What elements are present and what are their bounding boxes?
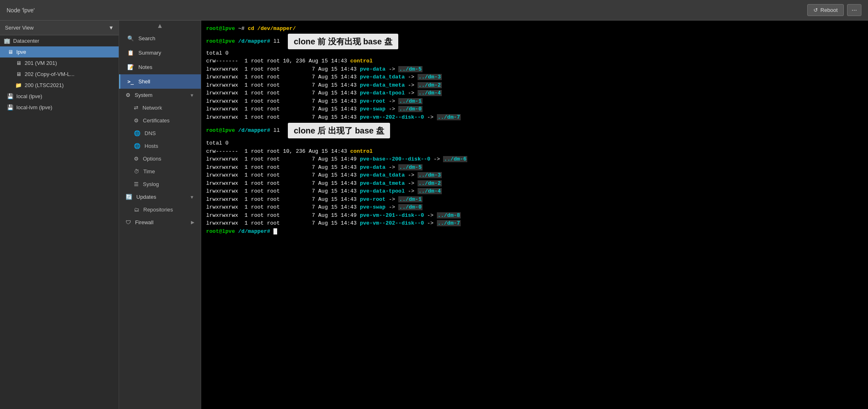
nav-search-label: Search	[138, 35, 155, 41]
local-label: local (lpve)	[16, 93, 42, 99]
network-icon: ⇄	[134, 105, 138, 111]
sidebar-item-datacenter[interactable]: 🏢 Datacenter	[0, 35, 119, 46]
term-line-14: crw------- 1 root root 10, 236 Aug 15 14…	[206, 147, 863, 156]
term-line-9: lrwxrwxrwx 1 root root 7 Aug 15 14:43 pv…	[206, 97, 863, 106]
nav-item-search[interactable]: 🔍 Search	[119, 31, 201, 46]
nav-hosts-label: Hosts	[145, 143, 158, 149]
vm-icon: 🖥	[15, 71, 22, 77]
node-title: Node 'lpve'	[7, 7, 34, 14]
nav-item-time[interactable]: ⏱ Time	[119, 165, 201, 178]
term-line-5: lrwxrwxrwx 1 root root 7 Aug 15 14:43 pv…	[206, 65, 863, 74]
repositories-icon: 🗂	[134, 207, 139, 213]
term-line-19: lrwxrwxrwx 1 root root 7 Aug 15 14:43 pv…	[206, 187, 863, 195]
nav-dns-label: DNS	[145, 130, 156, 136]
reboot-button[interactable]: ↺ Reboot	[807, 4, 844, 16]
term-line-8: lrwxrwxrwx 1 root root 7 Aug 15 14:43 pv…	[206, 89, 863, 97]
top-bar-left: Node 'lpve'	[7, 7, 34, 14]
nav-time-label: Time	[143, 168, 155, 175]
certificates-icon: ⚙	[134, 117, 139, 124]
nav-item-summary[interactable]: 📋 Summary	[119, 46, 201, 60]
sidebar-item-template200[interactable]: 📁 200 (LTSC2021)	[0, 80, 119, 91]
term-line-3: total 0	[206, 49, 863, 57]
system-expand-arrow: ▼	[190, 93, 194, 98]
updates-expand-arrow: ▼	[190, 195, 194, 200]
nav-scroll-up[interactable]: ▲	[119, 21, 201, 31]
shell-icon: >_	[127, 78, 134, 85]
server-view-chevron: ▼	[108, 25, 114, 31]
term-line-18: lrwxrwxrwx 1 root root 7 Aug 15 14:43 pv…	[206, 179, 863, 188]
term-line-6: lrwxrwxrwx 1 root root 7 Aug 15 14:43 pv…	[206, 73, 863, 81]
datacenter-icon: 🏢	[3, 38, 11, 44]
vm202-label: 202 (Copy-of-VM-L...	[25, 71, 74, 77]
datacenter-label: Datacenter	[13, 38, 39, 44]
term-line-22: lrwxrwxrwx 1 root root 7 Aug 15 14:49 pv…	[206, 211, 863, 220]
extra-button[interactable]: ⋯	[847, 4, 861, 16]
lpve-icon: 🖥	[7, 49, 14, 55]
nav-panel: ▲ 🔍 Search 📋 Summary 📝 Notes >_ Shell ⚙ …	[119, 21, 201, 409]
reboot-icon: ↺	[813, 7, 818, 13]
nav-item-network[interactable]: ⇄ Network	[119, 101, 201, 114]
nav-item-repositories[interactable]: 🗂 Repositories	[119, 203, 201, 216]
time-icon: ⏱	[134, 168, 139, 175]
nav-shell-label: Shell	[138, 78, 150, 85]
nav-item-certificates[interactable]: ⚙ Certificates	[119, 114, 201, 127]
firewall-expand-arrow: ▶	[191, 220, 194, 225]
nav-item-hosts[interactable]: 🌐 Hosts	[119, 140, 201, 152]
nav-updates-label: Updates	[136, 194, 156, 200]
nav-item-firewall[interactable]: 🛡 Firewall ▶	[119, 216, 201, 229]
main-layout: Server View ▼ 🏢 Datacenter 🖥 lpve 🖥 201 …	[0, 21, 868, 409]
nav-item-system[interactable]: ⚙ System ▼	[119, 89, 201, 101]
nav-item-updates[interactable]: 🔄 Updates ▼	[119, 191, 201, 203]
lpve-label: lpve	[16, 49, 26, 55]
term-line-17: lrwxrwxrwx 1 root root 7 Aug 15 14:43 pv…	[206, 171, 863, 179]
server-view-header[interactable]: Server View ▼	[0, 21, 119, 35]
nav-item-shell[interactable]: >_ Shell	[119, 74, 201, 89]
term-line-7: lrwxrwxrwx 1 root root 7 Aug 15 14:43 pv…	[206, 81, 863, 90]
nav-repositories-label: Repositories	[143, 207, 173, 213]
storage-icon: 💾	[7, 104, 14, 110]
term-line-1: root@lpve ~# cd /dev/mapper/	[206, 25, 863, 33]
summary-icon: 📋	[127, 50, 134, 56]
sidebar-item-local-lvm[interactable]: 💾 local-lvm (lpve)	[0, 102, 119, 113]
terminal-area[interactable]: root@lpve ~# cd /dev/mapper/ root@lpve /…	[201, 21, 868, 409]
term-line-13: total 0	[206, 139, 863, 147]
system-icon: ⚙	[126, 92, 131, 98]
vm201-label: 201 (VM 201)	[25, 60, 57, 66]
term-line-16: lrwxrwxrwx 1 root root 7 Aug 15 14:43 pv…	[206, 163, 863, 172]
term-line-23: lrwxrwxrwx 1 root root 7 Aug 15 14:43 pv…	[206, 219, 863, 227]
sidebar-item-lpve[interactable]: 🖥 lpve	[0, 46, 119, 57]
sidebar-item-vm201[interactable]: 🖥 201 (VM 201)	[0, 57, 119, 69]
dns-icon: 🌐	[134, 130, 140, 136]
firewall-icon: 🛡	[126, 219, 131, 225]
term-line-20: lrwxrwxrwx 1 root root 7 Aug 15 14:43 pv…	[206, 195, 863, 204]
term-line-4: crw------- 1 root root 10, 236 Aug 15 14…	[206, 57, 863, 65]
sidebar: Server View ▼ 🏢 Datacenter 🖥 lpve 🖥 201 …	[0, 21, 119, 409]
search-icon: 🔍	[127, 35, 134, 41]
term-line-11: lrwxrwxrwx 1 root root 7 Aug 15 14:43 pv…	[206, 113, 863, 122]
nav-certificates-label: Certificates	[143, 117, 170, 124]
nav-syslog-label: Syslog	[143, 181, 159, 187]
annotation-2: clone 后 出现了 base 盘	[288, 123, 390, 138]
template-icon: 📁	[15, 82, 22, 88]
nav-notes-label: Notes	[138, 64, 152, 70]
nav-summary-label: Summary	[138, 50, 161, 56]
nav-item-syslog[interactable]: ☰ Syslog	[119, 178, 201, 191]
nav-item-options[interactable]: ⚙ Options	[119, 152, 201, 165]
nav-item-dns[interactable]: 🌐 DNS	[119, 127, 201, 140]
nav-system-label: System	[135, 92, 152, 98]
nav-firewall-label: Firewall	[135, 219, 154, 225]
term-line-15: lrwxrwxrwx 1 root root 7 Aug 15 14:49 pv…	[206, 155, 863, 163]
term-line-2: root@lpve /d/mapper# ll clone 前 没有出现 bas…	[206, 34, 863, 49]
annotation-1: clone 前 没有出现 base 盘	[288, 34, 398, 49]
nav-item-notes[interactable]: 📝 Notes	[119, 60, 201, 74]
sidebar-item-vm202[interactable]: 🖥 202 (Copy-of-VM-L...	[0, 69, 119, 80]
term-line-24: root@lpve /d/mapper#	[206, 227, 863, 236]
notes-icon: 📝	[127, 64, 134, 70]
storage-icon: 💾	[7, 93, 14, 99]
term-line-12: root@lpve /d/mapper# ll clone 后 出现了 base…	[206, 123, 863, 138]
sidebar-item-local[interactable]: 💾 local (lpve)	[0, 91, 119, 102]
top-bar: Node 'lpve' ↺ Reboot ⋯	[0, 0, 868, 21]
nav-network-label: Network	[142, 105, 162, 111]
options-icon: ⚙	[134, 156, 139, 162]
syslog-icon: ☰	[134, 181, 139, 187]
